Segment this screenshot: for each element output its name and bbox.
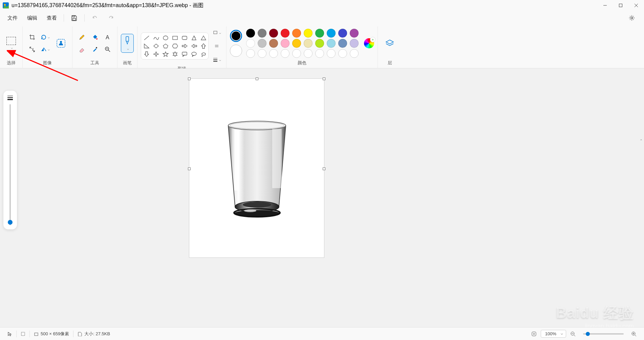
color-swatch[interactable]	[327, 29, 336, 38]
color-swatch[interactable]	[304, 29, 313, 38]
color-swatch[interactable]	[258, 39, 266, 48]
fit-screen-button[interactable]	[527, 331, 541, 337]
color-swatch[interactable]	[281, 29, 289, 38]
shape-curve-icon[interactable]	[153, 35, 159, 41]
crop-button[interactable]	[26, 31, 38, 43]
color-swatch[interactable]	[315, 29, 324, 38]
zoom-out-button[interactable]	[566, 331, 580, 337]
resize-handle[interactable]	[188, 167, 191, 170]
color-swatch[interactable]	[338, 39, 347, 48]
color-swatch[interactable]	[338, 29, 347, 38]
shape-triangle-icon[interactable]	[200, 35, 207, 41]
shape-oval-icon[interactable]	[162, 35, 169, 41]
redo-button[interactable]	[105, 13, 117, 23]
color-swatch-empty[interactable]	[281, 49, 289, 58]
close-button[interactable]	[628, 0, 644, 11]
canvas[interactable]	[189, 78, 324, 258]
rotate-button[interactable]: ⌵	[39, 31, 51, 43]
shape-diamond-icon[interactable]	[153, 43, 159, 49]
shape-callout-cloud-icon[interactable]	[200, 51, 207, 57]
color-swatch[interactable]	[281, 39, 289, 48]
color-swatch[interactable]	[304, 39, 313, 48]
settings-button[interactable]	[626, 13, 638, 23]
shape-line-icon[interactable]	[143, 35, 150, 41]
shape-fill-button[interactable]	[211, 40, 223, 52]
menu-edit[interactable]: 编辑	[22, 13, 42, 23]
color-swatch[interactable]	[246, 39, 255, 48]
shape-arrow-down-icon[interactable]	[143, 51, 150, 57]
shape-rect-icon[interactable]	[172, 35, 178, 41]
menu-view[interactable]: 查看	[42, 13, 62, 23]
shape-roundrect-icon[interactable]	[181, 35, 188, 41]
layers-button[interactable]	[381, 35, 398, 52]
shape-outline-button[interactable]: ⌵	[211, 26, 223, 39]
color-swatch-empty[interactable]	[327, 49, 336, 58]
pencil-tool[interactable]	[76, 31, 88, 43]
color-1[interactable]	[230, 30, 242, 42]
shapes-gallery[interactable]	[141, 32, 209, 60]
shape-arrow-up-icon[interactable]	[200, 43, 207, 49]
canvas-area[interactable]: ⌃	[0, 68, 644, 327]
svg-rect-7	[73, 18, 76, 20]
resize-handle[interactable]	[323, 167, 325, 170]
maximize-button[interactable]	[613, 0, 628, 11]
resize-handle[interactable]	[188, 77, 191, 80]
resize-handle[interactable]	[256, 77, 258, 80]
resize-button[interactable]	[26, 43, 38, 55]
brush-tool[interactable]: ⌵	[121, 34, 134, 53]
title-bar: u=1358794165,3768744026&fm=253&fmt=auto&…	[0, 0, 644, 11]
undo-button[interactable]	[89, 13, 101, 23]
remove-background-button[interactable]	[53, 36, 69, 51]
color-swatch[interactable]	[350, 39, 359, 48]
color-swatch[interactable]	[292, 39, 301, 48]
color-swatch[interactable]	[269, 39, 278, 48]
shape-polygon-icon[interactable]	[191, 35, 197, 41]
text-tool[interactable]: A	[102, 31, 114, 43]
color-2[interactable]	[230, 45, 242, 57]
shape-star4-icon[interactable]	[153, 51, 159, 57]
zoom-level[interactable]: 100%	[541, 330, 566, 338]
slider-thumb[interactable]	[8, 220, 13, 225]
shape-right-triangle-icon[interactable]	[143, 43, 150, 49]
shape-callout-rect-icon[interactable]	[181, 51, 188, 57]
shape-callout-oval-icon[interactable]	[191, 51, 197, 57]
color-picker-tool[interactable]	[89, 43, 101, 55]
color-swatch-empty[interactable]	[258, 49, 266, 58]
fill-tool[interactable]	[89, 31, 101, 43]
color-swatch[interactable]	[246, 29, 255, 38]
color-swatch[interactable]	[315, 39, 324, 48]
color-swatch-empty[interactable]	[350, 49, 359, 58]
color-swatch[interactable]	[350, 29, 359, 38]
shape-arrow-left-icon[interactable]	[191, 43, 197, 49]
eraser-tool[interactable]	[76, 43, 88, 55]
zoom-slider[interactable]	[583, 333, 624, 335]
flip-button[interactable]: ⌵	[39, 43, 51, 55]
color-swatch[interactable]	[292, 29, 301, 38]
magnifier-tool[interactable]	[102, 43, 114, 55]
resize-handle[interactable]	[323, 77, 325, 80]
shape-arrow-right-icon[interactable]	[181, 43, 188, 49]
save-button[interactable]	[68, 13, 80, 23]
brush-size-slider[interactable]	[3, 91, 17, 229]
shape-pentagon-icon[interactable]	[162, 43, 169, 49]
zoom-in-button[interactable]	[627, 331, 641, 337]
edit-colors-button[interactable]	[364, 38, 374, 48]
minimize-button[interactable]	[597, 0, 613, 11]
color-swatch-empty[interactable]	[315, 49, 324, 58]
color-swatch-empty[interactable]	[304, 49, 313, 58]
line-width-button[interactable]: ⌵	[211, 53, 223, 66]
color-swatch-empty[interactable]	[292, 49, 301, 58]
color-swatch[interactable]	[327, 39, 336, 48]
menu-file[interactable]: 文件	[3, 13, 22, 23]
scroll-up-icon[interactable]: ⌃	[640, 139, 643, 143]
color-swatch[interactable]	[269, 29, 278, 38]
color-swatch[interactable]	[258, 29, 266, 38]
color-swatch-empty[interactable]	[246, 49, 255, 58]
slider-thumb[interactable]	[586, 332, 590, 336]
selection-tool[interactable]: ⌵	[3, 33, 19, 53]
color-swatch-empty[interactable]	[269, 49, 278, 58]
shape-star6-icon[interactable]	[172, 51, 178, 57]
shape-star5-icon[interactable]	[162, 51, 169, 57]
shape-hexagon-icon[interactable]	[172, 43, 178, 49]
color-swatch-empty[interactable]	[338, 49, 347, 58]
